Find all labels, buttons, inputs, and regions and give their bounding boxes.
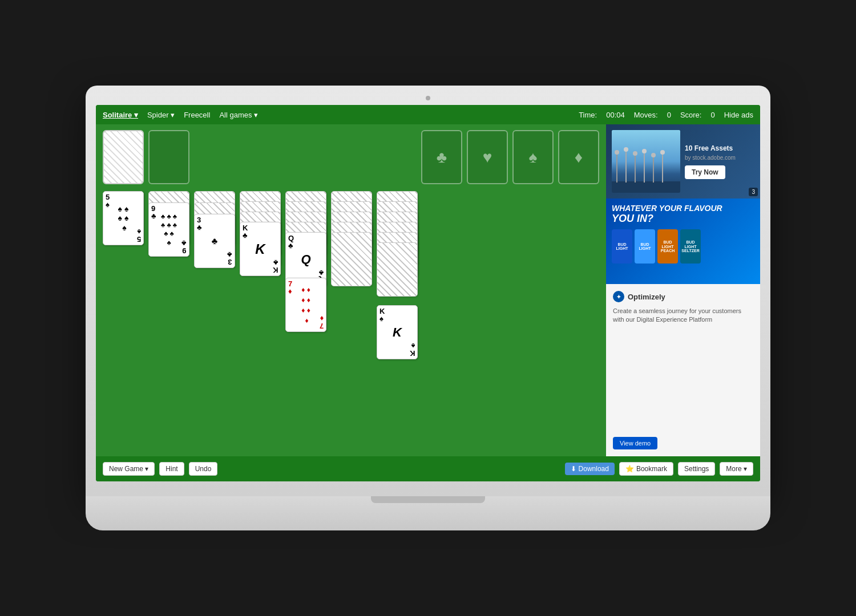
download-label: Download [579, 465, 609, 473]
opt-logo: ✦ Optimizely [613, 291, 753, 302]
ad-budlight-line2: YOU IN? [612, 213, 754, 225]
card-ks[interactable]: K♠ K K♠ [377, 305, 418, 359]
download-icon: ⬇ [571, 465, 576, 473]
opt-icon: ✦ [613, 291, 624, 302]
time-label: Time: [579, 111, 597, 119]
time-value: 00:04 [606, 111, 625, 119]
can-3: BUDLIGHTPEACH [657, 229, 678, 264]
screen: Solitaire ▾ Spider ▾ Freecell All games … [96, 105, 760, 481]
hint-button[interactable]: Hint [159, 462, 184, 476]
can-1: BUDLIGHT [612, 229, 632, 264]
waste-pile[interactable] [148, 130, 189, 184]
hide-ads-link[interactable]: Hide ads [724, 111, 753, 119]
stock-pile[interactable] [103, 130, 144, 184]
can-2: BUDLIGHT [635, 229, 655, 264]
tableau-col-1: 5♠ ♠ ♠♠ ♠ ♠ 5♠ [103, 191, 144, 456]
ad-number: 3 [749, 188, 758, 196]
more-button[interactable]: More ▾ [720, 462, 753, 476]
foundation-diamonds[interactable]: ♦ [558, 130, 599, 184]
tableau-col-3: 3♣ ♣ 3♣ [194, 191, 235, 456]
ad-budlight-text: WHATEVER YOUR FLAVOUR YOU IN? [612, 204, 754, 225]
foundation-spades[interactable]: ♠ [512, 130, 554, 184]
nav-freecell[interactable]: Freecell [184, 111, 210, 119]
ad-budlight-line1: WHATEVER YOUR FLAVOUR [612, 204, 754, 213]
laptop-base [86, 496, 770, 530]
new-game-button[interactable]: New Game ▾ [103, 462, 155, 476]
try-now-button[interactable]: Try Now [685, 165, 725, 179]
laptop: Solitaire ▾ Spider ▾ Freecell All games … [86, 86, 770, 530]
foundation-hearts[interactable]: ♥ [467, 130, 508, 184]
opt-description: Create a seamless journey for your custo… [613, 307, 753, 431]
game-content: ♣ ♥ ♠ ♦ 5♠ ♠ [96, 124, 760, 456]
bookmark-icon: ⭐ [625, 465, 634, 473]
game-header: Solitaire ▾ Spider ▾ Freecell All games … [96, 105, 760, 124]
foundation-slots: ♣ ♥ ♠ ♦ [421, 130, 599, 184]
ad-optimizely[interactable]: ✦ Optimizely Create a seamless journey f… [606, 284, 760, 456]
card-hatch-7-6 [377, 242, 418, 297]
view-demo-button[interactable]: View demo [613, 437, 657, 449]
tableau-col-5: Q♣ Q Q♣ 7♦ ♦ ♦♦ ♦♦ ♦ ♦ 7♦ [285, 191, 326, 456]
stock-hatch [104, 131, 143, 183]
laptop-body: Solitaire ▾ Spider ▾ Freecell All games … [86, 86, 770, 496]
ad-adobe-image [612, 130, 680, 193]
can-4: BUDLIGHTSELTZER [680, 229, 701, 264]
ad-budlight-cans: BUDLIGHT BUDLIGHT BUDLIGHTPEACH BUDLIGHT… [612, 229, 754, 264]
ad-adobe[interactable]: 10 Free Assets by stock.adobe.com Try No… [606, 124, 760, 198]
nav-spider[interactable]: Spider ▾ [147, 111, 175, 119]
card-9c[interactable]: 9♣ ♣ ♣ ♣♣ ♣ ♣ ♣ ♣ ♣ 9♣ [148, 202, 189, 257]
score-value: 0 [710, 111, 714, 119]
download-button[interactable]: ⬇ Download [565, 463, 615, 475]
ad-adobe-text: 10 Free Assets by stock.adobe.com Try No… [685, 144, 754, 179]
tableau: 5♠ ♠ ♠♠ ♠ ♠ 5♠ 9♣ [103, 191, 599, 456]
ad-sidebar: 10 Free Assets by stock.adobe.com Try No… [606, 124, 760, 456]
tableau-col-4: K♣ K K♣ [240, 191, 281, 456]
tableau-col-2: 9♣ ♣ ♣ ♣♣ ♣ ♣ ♣ ♣ ♣ 9♣ [148, 191, 189, 456]
card-kc[interactable]: K♣ K K♣ [240, 222, 281, 276]
moves-value: 0 [667, 111, 671, 119]
nav-links: Solitaire ▾ Spider ▾ Freecell All games … [103, 111, 258, 119]
bookmark-label: Bookmark [636, 465, 667, 473]
undo-button[interactable]: Undo [189, 462, 218, 476]
settings-button[interactable]: Settings [678, 462, 715, 476]
ad-budlight[interactable]: WHATEVER YOUR FLAVOUR YOU IN? BUDLIGHT B… [606, 198, 760, 284]
nav-solitaire[interactable]: Solitaire ▾ [103, 111, 138, 119]
ad-adobe-title: 10 Free Assets [685, 144, 754, 152]
card-hatch-6-5 [331, 232, 372, 286]
game-footer: New Game ▾ Hint Undo ⬇ Download ⭐ Bookma… [96, 456, 760, 481]
bookmark-button[interactable]: ⭐ Bookmark [619, 462, 673, 476]
tableau-col-6 [331, 191, 372, 456]
foundation-clubs[interactable]: ♣ [421, 130, 462, 184]
card-3c[interactable]: 3♣ ♣ 3♣ [194, 214, 235, 268]
card-5s[interactable]: 5♠ ♠ ♠♠ ♠ ♠ 5♠ [103, 191, 144, 245]
moves-label: Moves: [634, 111, 658, 119]
top-row: ♣ ♥ ♠ ♦ [103, 130, 599, 184]
tableau-col-7: K♠ K K♠ [377, 191, 418, 456]
opt-name: Optimizely [628, 293, 665, 301]
score-label: Score: [680, 111, 702, 119]
game-main: ♣ ♥ ♠ ♦ 5♠ ♠ [96, 124, 606, 456]
nav-all-games[interactable]: All games ▾ [219, 111, 258, 119]
ad-adobe-subtitle: by stock.adobe.com [685, 155, 754, 161]
camera [426, 96, 430, 100]
game-stats: Time: 00:04 Moves: 0 Score: 0 Hide ads [579, 111, 753, 119]
card-7d[interactable]: 7♦ ♦ ♦♦ ♦♦ ♦ ♦ 7♦ [285, 278, 326, 332]
